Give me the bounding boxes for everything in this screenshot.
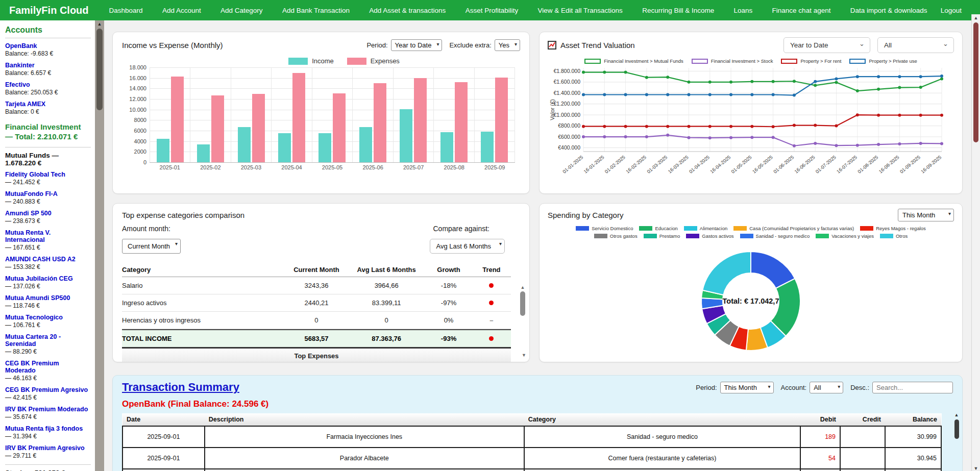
scroll-up-icon[interactable]: ▲ [972, 14, 980, 22]
amount-month-label: Amount month: [122, 225, 170, 233]
scroll-up-icon[interactable]: ▲ [95, 20, 104, 28]
nav-item-view-edit-all-transactions[interactable]: View & Edit all Transactions [538, 7, 623, 14]
y-axis-tick-label: €1.000.000 [553, 112, 580, 118]
x-axis-tick-label: 16-04-2025 [709, 154, 731, 175]
fund-amount: — 118.746 € [5, 302, 91, 309]
fund-name-link[interactable]: Mutua Cartera 20 - Serenidad [5, 333, 91, 348]
x-axis-labels: 2025-012025-022025-032025-042025-052025-… [150, 164, 515, 170]
x-axis-tick-label: 2025-06 [353, 164, 394, 170]
fund-name-link[interactable]: CEG BK Premium Agresivo [5, 386, 91, 393]
bar-income [400, 109, 412, 162]
accounts-list: OpenBankBalance: -9.683 €BankinterBalanc… [5, 42, 91, 115]
nav-item-loans[interactable]: Loans [734, 7, 753, 14]
top-expenses-footer[interactable]: Top Expenses [122, 350, 511, 362]
avg-cell: 87.363,76 [348, 335, 425, 342]
account-name-link[interactable]: Efectivo [5, 81, 91, 88]
top-expense-scrollbar-thumb[interactable] [520, 291, 525, 316]
nav-item-asset-profitability[interactable]: Asset Profitability [465, 7, 519, 14]
account-balance: Balance: -9.683 € [5, 50, 91, 57]
nav-item-finance-chat-agent[interactable]: Finance chat agent [772, 7, 831, 14]
fund-name-link[interactable]: Mutua Tecnologico [5, 314, 91, 321]
sidebar-scrollbar-thumb[interactable] [96, 29, 103, 110]
data-point [750, 136, 753, 139]
fund-amount: — 238.673 € [5, 217, 91, 225]
top-expense-title: Top expense categories comparison [122, 211, 520, 219]
data-point [750, 80, 753, 83]
transactions-period-select[interactable]: This Month [720, 382, 774, 393]
asset-filter-select[interactable]: All [877, 37, 954, 53]
fund-row: Mutua Jubilación CEG— 137.026 € [5, 275, 91, 290]
fund-name-link[interactable]: CEG BK Premium Moderado [5, 360, 91, 374]
legend-item-property-private-use: Property > Private use [849, 58, 917, 64]
page-scrollbar[interactable]: ▲ ▼ [971, 14, 980, 471]
x-axis-tick-label: 01-09-2025 [899, 154, 921, 175]
fund-name-link[interactable]: IRV BK Premium Agresivo [5, 444, 91, 452]
sidebar-scrollbar[interactable]: ▲ [95, 20, 104, 471]
fund-name-link[interactable]: IRV BK Premium Moderado [5, 406, 91, 413]
nav-item-recurring-bill-income[interactable]: Recurring Bill & Income [642, 7, 714, 14]
nav-item-data-import-downloads[interactable]: Data import & downloads [850, 7, 927, 14]
account-name-link[interactable]: Tarjeta AMEX [5, 101, 91, 108]
fund-name-link[interactable]: Mutua Renta V. Internacional [5, 229, 91, 243]
transactions-account-select[interactable]: All [810, 382, 843, 393]
nav-item-add-bank-transaction[interactable]: Add Bank Transaction [282, 7, 350, 14]
line-chart-svg: €1.800.000€1.600.000€1.400.000€1.200.000… [548, 64, 954, 184]
data-point [666, 76, 669, 79]
top-expense-panel: Top expense categories comparison Amount… [112, 203, 530, 362]
line-chart-legend: Financial Investment > Mutual FundsFinan… [548, 58, 954, 64]
page-scrollbar-thumb[interactable] [973, 22, 978, 142]
fund-amount: — 29.711 € [5, 452, 91, 459]
trend-cell: – [472, 316, 511, 324]
nav-item-add-asset-transactions[interactable]: Add Asset & transactions [369, 7, 446, 14]
period-select[interactable]: Year to Date [391, 39, 443, 51]
nav-item-dashboard[interactable]: Dashboard [109, 7, 143, 14]
fund-name-link[interactable]: Mutua Renta fija 3 fondos [5, 425, 91, 432]
avg-cell: 83.399,11 [348, 299, 425, 307]
legend-item-financial-investment-mutual-funds: Financial Investment > Mutual Funds [584, 58, 683, 64]
description-cell: Farmacia Inyecciones Ines [205, 426, 524, 448]
fund-amount: — 42.415 € [5, 394, 91, 401]
transaction-summary-title[interactable]: Transaction Summary [122, 381, 239, 394]
asset-period-select[interactable]: Year to Date [783, 37, 870, 53]
search-input[interactable] [872, 382, 953, 393]
compare-against-select[interactable]: Avg Last 6 Months [430, 239, 505, 254]
scroll-down-icon[interactable]: ▼ [522, 353, 526, 358]
nav-item-logout[interactable]: Logout [941, 7, 962, 14]
data-point [603, 125, 606, 128]
amount-month-select[interactable]: Current Month [122, 239, 181, 254]
y-axis-tick-label: 8000 [122, 117, 146, 123]
y-axis-tick-label: 14.000 [122, 85, 146, 91]
account-name-link[interactable]: OpenBank [5, 42, 91, 49]
transactions-scrollbar[interactable]: ▲ [953, 412, 960, 439]
column-header: Category [122, 266, 285, 274]
data-point [582, 93, 585, 96]
fund-name-link[interactable]: MutuaFondo FI-A [5, 190, 91, 197]
account-name-link[interactable]: Bankinter [5, 62, 91, 69]
spending-period-select[interactable]: This Month [898, 209, 954, 221]
data-point [645, 135, 648, 138]
fund-name-link[interactable]: Mutua Jubilación CEG [5, 275, 91, 282]
exclude-extra-select[interactable]: Yes [495, 39, 520, 51]
nav-item-add-account[interactable]: Add Account [162, 7, 201, 14]
fund-name-link[interactable]: Fidelity Global Tech [5, 171, 91, 178]
nav-item-add-category[interactable]: Add Category [220, 7, 263, 14]
data-point [898, 75, 901, 78]
data-point [624, 71, 627, 74]
top-expense-scrollbar[interactable]: ▲ [519, 284, 526, 352]
scroll-down-icon[interactable]: ▼ [972, 466, 980, 471]
stock-header: Stock — 531.852 € [5, 464, 91, 471]
transactions-scrollbar-thumb[interactable] [954, 419, 959, 439]
transaction-row: 2025-09-01Parador AlbaceteComer fuera (r… [122, 448, 941, 469]
scroll-up-icon[interactable]: ▲ [519, 284, 526, 290]
empty-cell [524, 469, 800, 471]
fund-name-link[interactable]: Mutua Amundi SP500 [5, 294, 91, 302]
line-series-financial-investment-mutual-funds [583, 72, 942, 91]
table-row: Ingreso activos2440,2183.399,11-97% [122, 294, 511, 312]
data-point [582, 135, 585, 138]
data-point [793, 80, 796, 83]
fund-name-link[interactable]: Amundi SP 500 [5, 210, 91, 217]
scroll-up-icon[interactable]: ▲ [953, 412, 960, 417]
fund-name-link[interactable]: AMUNDI CASH USD A2 [5, 256, 91, 263]
legend-swatch [860, 226, 873, 231]
legend-item-financial-investment-stock: Financial Investment > Stock [692, 58, 773, 64]
